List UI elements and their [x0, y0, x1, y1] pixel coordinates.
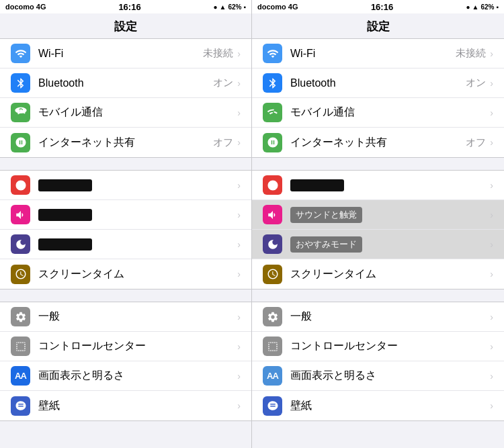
- controlcenter-icon-left: [11, 337, 30, 356]
- gap1-left: [0, 158, 251, 170]
- row-controlcenter-right[interactable]: コントロールセンター ›: [252, 332, 504, 361]
- row-dnd-left[interactable]: ›: [0, 230, 251, 259]
- controlcenter-chevron-left: ›: [237, 341, 241, 352]
- row-wallpaper-right[interactable]: 壁紙 ›: [252, 391, 504, 420]
- wifi-label-right: Wi-Fi: [290, 48, 456, 60]
- display-label-right: 画面表示と明るさ: [290, 369, 489, 383]
- status-icons-left: ● ▲ 62% ▪: [213, 3, 246, 11]
- status-icons-right: ● ▲ 62% ▪: [466, 3, 499, 11]
- display-label-left: 画面表示と明るさ: [38, 369, 236, 383]
- wallpaper-chevron-left: ›: [237, 400, 241, 411]
- sound-chevron-right: ›: [490, 210, 493, 220]
- mobile-chevron-right: ›: [490, 107, 493, 118]
- general-label-right: 一般: [290, 310, 489, 324]
- notif-label-right: [290, 179, 489, 191]
- bluetooth-value-right: オン: [466, 77, 486, 89]
- dnd-label-right: おやすみモード: [290, 236, 489, 253]
- notif-chevron-right: ›: [490, 180, 493, 191]
- mobile-icon-right: [263, 103, 282, 122]
- carrier-left: docomo 4G: [5, 3, 46, 11]
- general-icon-left: [11, 307, 30, 326]
- screentime-icon-left: [11, 265, 30, 284]
- hotspot-chevron-left: ›: [237, 137, 241, 148]
- row-notif-left[interactable]: ›: [0, 171, 251, 200]
- row-wallpaper-left[interactable]: 壁紙 ›: [0, 391, 251, 420]
- status-bar-left: docomo 4G 16:16 ● ▲ 62% ▪: [0, 0, 251, 13]
- sound-icon-right: [263, 205, 282, 224]
- controlcenter-chevron-right: ›: [490, 341, 493, 352]
- wifi-icon-left: [11, 44, 30, 63]
- mobile-icon-left: [11, 103, 30, 122]
- hotspot-value-right: オフ: [466, 136, 486, 149]
- notif-label-left: [38, 179, 236, 191]
- signal-icon: ●: [213, 3, 217, 11]
- status-bar-right: docomo 4G 16:16 ● ▲ 62% ▪: [252, 0, 504, 13]
- mobile-label-right: モバイル通信: [290, 105, 489, 120]
- hotspot-chevron-right: ›: [490, 137, 493, 148]
- wifi-label-left: Wi-Fi: [38, 48, 203, 60]
- wallpaper-label-left: 壁紙: [38, 399, 236, 413]
- page-title-left: 設定: [0, 13, 251, 38]
- row-display-right[interactable]: AA 画面表示と明るさ ›: [252, 361, 504, 391]
- hotspot-icon-left: [11, 133, 30, 152]
- display-chevron-right: ›: [490, 371, 493, 382]
- row-general-left[interactable]: 一般 ›: [0, 302, 251, 332]
- row-bluetooth-right[interactable]: Bluetooth オン ›: [252, 69, 504, 98]
- row-screentime-right[interactable]: スクリーンタイム ›: [252, 259, 504, 289]
- general-chevron-left: ›: [237, 312, 241, 322]
- row-display-left[interactable]: AA 画面表示と明るさ ›: [0, 361, 251, 391]
- bluetooth-label-left: Bluetooth: [38, 77, 213, 89]
- screentime-label-left: スクリーンタイム: [38, 267, 236, 281]
- row-hotspot-left[interactable]: インターネット共有 オフ ›: [0, 128, 251, 157]
- time-left: 16:16: [118, 2, 140, 12]
- gap1-right: [252, 158, 504, 170]
- general-icon-right: [263, 307, 282, 326]
- row-notif-right[interactable]: ›: [252, 171, 504, 200]
- row-mobile-left[interactable]: モバイル通信 ›: [0, 98, 251, 128]
- sound-icon-left: [11, 205, 30, 224]
- sound-label-left: [38, 209, 236, 221]
- row-dnd-right[interactable]: おやすみモード ›: [252, 230, 504, 259]
- row-wifi-right[interactable]: Wi-Fi 未接続 ›: [252, 39, 504, 69]
- wifi-value-right: 未接続: [456, 47, 486, 60]
- wallpaper-chevron-right: ›: [490, 400, 493, 411]
- bluetooth-label-right: Bluetooth: [290, 77, 466, 89]
- wallpaper-icon-left: [11, 396, 30, 416]
- controlcenter-icon-right: [263, 337, 282, 356]
- row-mobile-right[interactable]: モバイル通信 ›: [252, 98, 504, 128]
- row-screentime-left[interactable]: スクリーンタイム ›: [0, 259, 251, 289]
- wallpaper-label-right: 壁紙: [290, 399, 489, 413]
- dnd-icon-left: [11, 234, 30, 254]
- display-chevron-left: ›: [237, 371, 241, 382]
- general-label-left: 一般: [38, 310, 236, 324]
- dnd-label-left: [38, 238, 236, 251]
- row-general-right[interactable]: 一般 ›: [252, 302, 504, 332]
- sound-label-right: サウンドと触覚: [290, 207, 489, 223]
- row-controlcenter-left[interactable]: コントロールセンター ›: [0, 332, 251, 361]
- row-bluetooth-left[interactable]: Bluetooth オン ›: [0, 69, 251, 98]
- sound-tooltip: サウンドと触覚: [290, 207, 362, 223]
- section-network-left: Wi-Fi 未接続 › Bluetooth オン › モバイル通信 › インター…: [0, 38, 251, 158]
- dnd-tooltip: おやすみモード: [290, 236, 362, 253]
- row-hotspot-right[interactable]: インターネット共有 オフ ›: [252, 128, 504, 157]
- battery-percent-left: 62%: [228, 3, 241, 11]
- section-prefs-left: 一般 › コントロールセンター › AA 画面表示と明るさ › 壁紙 ›: [0, 302, 251, 421]
- dnd-chevron-left: ›: [237, 239, 241, 250]
- screentime-chevron-right: ›: [490, 269, 493, 279]
- page-title-right: 設定: [252, 13, 504, 38]
- display-icon-left: AA: [11, 366, 30, 386]
- right-panel: docomo 4G 16:16 ● ▲ 62% ▪ 設定 Wi-Fi 未接続 ›…: [252, 0, 504, 448]
- row-sound-right[interactable]: サウンドと触覚 ›: [252, 200, 504, 230]
- battery-icon-right: ▪: [496, 3, 499, 11]
- left-panel: docomo 4G 16:16 ● ▲ 62% ▪ 設定 Wi-Fi 未接続 ›…: [0, 0, 252, 448]
- row-sound-left[interactable]: ›: [0, 200, 251, 230]
- bluetooth-icon-right: [263, 73, 282, 93]
- wifi-icon: ▲: [220, 3, 226, 11]
- gap2-right: [252, 289, 504, 302]
- wallpaper-icon-right: [263, 396, 282, 416]
- bluetooth-value-left: オン: [213, 77, 233, 89]
- row-wifi-left[interactable]: Wi-Fi 未接続 ›: [0, 39, 251, 69]
- hotspot-icon-right: [263, 133, 282, 152]
- notif-icon-left: [11, 175, 30, 195]
- display-icon-right: AA: [263, 366, 282, 386]
